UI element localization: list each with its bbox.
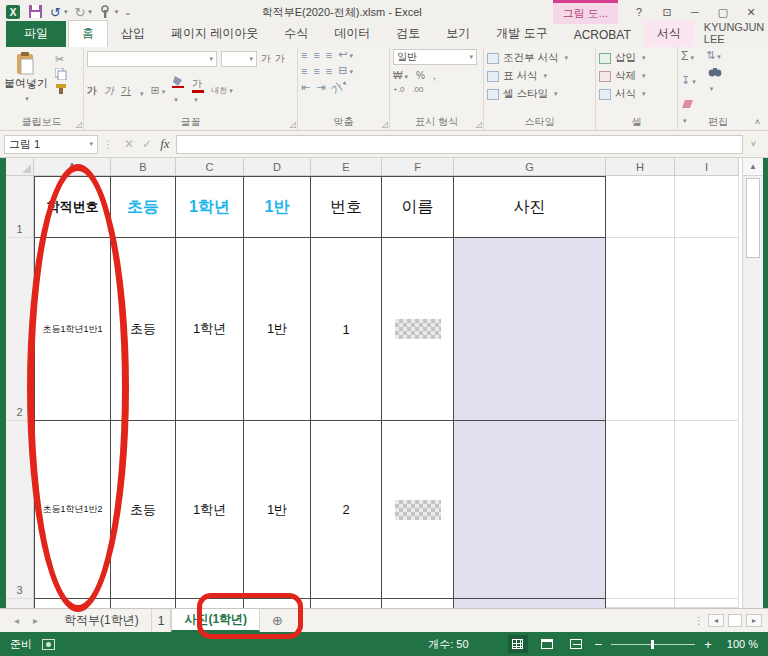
tab-formulas[interactable]: 수식 bbox=[271, 21, 321, 47]
paste-dropdown-icon[interactable] bbox=[23, 91, 29, 103]
tab-view[interactable]: 보기 bbox=[433, 21, 483, 47]
page-break-view-button[interactable] bbox=[566, 635, 586, 653]
tab-file[interactable]: 파일 bbox=[6, 21, 66, 47]
cell-g3-photo[interactable] bbox=[454, 421, 606, 599]
cell-f2[interactable] bbox=[382, 238, 454, 421]
align-top-button[interactable]: ≡ bbox=[301, 50, 307, 60]
row-header-3[interactable]: 3 bbox=[6, 421, 34, 599]
percent-style-button[interactable]: % bbox=[416, 70, 425, 81]
paste-button[interactable]: 붙여넣기 bbox=[3, 49, 49, 103]
new-sheet-button[interactable]: ⊕ bbox=[260, 609, 295, 632]
cell-c1[interactable]: 1학년 bbox=[176, 176, 244, 238]
cell-a3[interactable]: 초등1학년1반2 bbox=[34, 421, 111, 599]
cell-e3[interactable]: 2 bbox=[311, 421, 382, 599]
close-button[interactable]: ✕ bbox=[738, 2, 764, 22]
copy-icon[interactable] bbox=[55, 68, 67, 80]
cell-e2[interactable]: 1 bbox=[311, 238, 382, 421]
align-middle-button[interactable]: ≡ bbox=[313, 50, 319, 60]
borders-button[interactable]: ⊞ bbox=[151, 84, 166, 98]
tab-acrobat[interactable]: ACROBAT bbox=[561, 24, 644, 47]
cell-d3[interactable]: 1반 bbox=[244, 421, 311, 599]
number-format-combo[interactable]: 일반 bbox=[393, 49, 477, 65]
maximize-button[interactable]: ▢ bbox=[710, 2, 736, 22]
align-left-button[interactable]: ≡ bbox=[301, 66, 307, 76]
comma-style-button[interactable]: , bbox=[433, 70, 436, 81]
cell-h1[interactable] bbox=[606, 176, 675, 238]
sheet-nav-left-icon[interactable]: ◂ bbox=[14, 615, 19, 626]
align-center-button[interactable]: ≡ bbox=[313, 66, 319, 76]
column-header-f[interactable]: F bbox=[382, 158, 454, 176]
fill-color-button[interactable] bbox=[172, 75, 185, 106]
insert-cells-button[interactable]: 삽입 bbox=[599, 49, 674, 67]
zoom-slider-thumb[interactable] bbox=[651, 640, 654, 649]
shrink-font-button[interactable]: 가 bbox=[275, 52, 285, 66]
sort-filter-button[interactable]: ⇅ bbox=[706, 50, 721, 62]
touch-mode-icon[interactable] bbox=[99, 5, 112, 19]
row-header-4-partial[interactable] bbox=[6, 599, 34, 608]
increase-decimal-button[interactable]: +.0 bbox=[393, 85, 404, 94]
column-header-h[interactable]: H bbox=[606, 158, 675, 176]
sheet-nav-right-icon[interactable]: ▸ bbox=[33, 615, 38, 626]
zoom-in-button[interactable]: + bbox=[704, 637, 712, 652]
phonetic-button[interactable]: 내천 bbox=[211, 87, 233, 95]
cell-i3[interactable] bbox=[675, 421, 739, 599]
normal-view-button[interactable] bbox=[508, 635, 528, 653]
ribbon-display-options-button[interactable]: ⊡ bbox=[654, 2, 680, 22]
collapse-ribbon-button[interactable]: ˄ bbox=[755, 117, 760, 127]
cell-b4-partial[interactable] bbox=[111, 599, 176, 608]
cell-e1[interactable]: 번호 bbox=[311, 176, 382, 238]
vertical-scroll-thumb[interactable] bbox=[746, 178, 760, 258]
cell-styles-button[interactable]: 셀 스타일 bbox=[487, 85, 592, 103]
cell-a2[interactable]: 초등1학년1반1 bbox=[34, 238, 111, 421]
zoom-out-button[interactable]: − bbox=[595, 637, 603, 652]
bold-button[interactable]: 가 bbox=[87, 84, 97, 98]
align-bottom-button[interactable]: ≡ bbox=[326, 50, 332, 60]
tab-insert[interactable]: 삽입 bbox=[108, 21, 158, 47]
column-header-g[interactable]: G bbox=[454, 158, 606, 176]
autosum-button[interactable]: Σ bbox=[681, 49, 694, 63]
column-header-e[interactable]: E bbox=[311, 158, 382, 176]
tab-developer[interactable]: 개발 도구 bbox=[483, 21, 560, 47]
redo-dropdown-icon[interactable]: ▾ bbox=[88, 8, 92, 16]
cell-g2-photo[interactable] bbox=[454, 238, 606, 421]
cell-i4-partial[interactable] bbox=[675, 599, 739, 608]
conditional-formatting-button[interactable]: 조건부 서식 bbox=[487, 49, 592, 67]
cell-e4-partial[interactable] bbox=[311, 599, 382, 608]
grow-font-button[interactable]: 가 bbox=[261, 52, 271, 66]
tab-home[interactable]: 홈 bbox=[68, 20, 108, 47]
macro-record-icon[interactable] bbox=[42, 639, 55, 650]
horizontal-scroll-thumb[interactable] bbox=[728, 614, 742, 627]
orientation-button[interactable]: 가 bbox=[330, 77, 350, 97]
sheet-tab-truncated[interactable]: 1 bbox=[152, 609, 172, 632]
picture-tools-contextual-header[interactable]: 그림 도... bbox=[553, 0, 618, 24]
name-box[interactable]: 그림 1 bbox=[4, 135, 98, 154]
decrease-indent-button[interactable]: ⇤ bbox=[301, 82, 310, 92]
cell-f1[interactable]: 이름 bbox=[382, 176, 454, 238]
cell-c2[interactable]: 1학년 bbox=[176, 238, 244, 421]
number-dialog-launcher[interactable]: ◿ bbox=[476, 120, 482, 129]
format-cells-button[interactable]: 서식 bbox=[599, 85, 674, 103]
cell-h2[interactable] bbox=[606, 238, 675, 421]
cell-f4-partial[interactable] bbox=[382, 599, 454, 608]
cell-d1[interactable]: 1반 bbox=[244, 176, 311, 238]
save-icon[interactable] bbox=[29, 5, 43, 19]
vertical-scrollbar[interactable]: ▲ bbox=[742, 158, 763, 608]
sheet-tab-sajin-active[interactable]: 사진(1학년) bbox=[171, 609, 260, 632]
column-header-c[interactable]: C bbox=[176, 158, 244, 176]
tab-data[interactable]: 데이터 bbox=[321, 21, 383, 47]
cell-c4-partial[interactable] bbox=[176, 599, 244, 608]
cell-a1[interactable]: 학적번호 bbox=[34, 176, 111, 238]
row-header-2[interactable]: 2 bbox=[6, 238, 34, 421]
cancel-entry-icon[interactable]: ✕ bbox=[124, 137, 134, 151]
font-name-combo[interactable] bbox=[87, 51, 217, 67]
clipboard-dialog-launcher[interactable]: ◿ bbox=[76, 120, 82, 129]
cell-g4-partial[interactable] bbox=[454, 599, 606, 608]
help-button[interactable]: ? bbox=[626, 2, 652, 22]
cell-i2[interactable] bbox=[675, 238, 739, 421]
column-header-d[interactable]: D bbox=[244, 158, 311, 176]
tab-review[interactable]: 검토 bbox=[383, 21, 433, 47]
underline-button[interactable]: 가 bbox=[121, 84, 131, 98]
account-chip[interactable]: KYUNGJUN LEE ▾ bbox=[694, 21, 768, 47]
align-right-button[interactable]: ≡ bbox=[326, 66, 332, 76]
find-select-button[interactable] bbox=[708, 67, 722, 95]
